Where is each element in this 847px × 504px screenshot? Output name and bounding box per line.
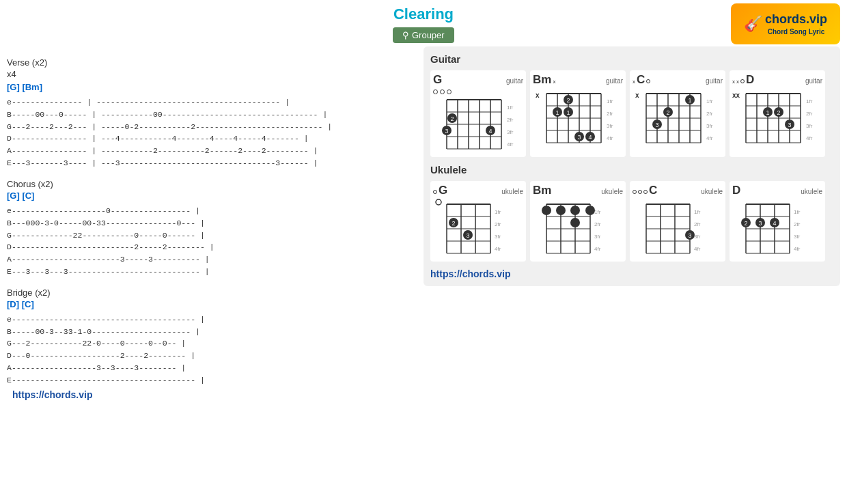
guitar-D-diagram: 1 2 3 1fr 2fr 3fr 4fr xx [732,88,814,146]
bridge-title: Bridge (x2) [7,288,413,298]
svg-point-118 [542,206,551,215]
svg-text:2: 2 [450,115,454,122]
left-content: Verse (x2) x4 [G] [Bm] e--------------- … [0,44,420,412]
svg-text:1fr: 1fr [594,209,601,215]
svg-text:4: 4 [773,220,776,227]
bridge-chord-C: [C] [22,299,34,309]
svg-text:2: 2 [566,97,570,104]
logo: 🎸 chords.vip Chord Song Lyric [731,3,840,44]
svg-text:3fr: 3fr [507,129,514,135]
bridge-chord-D: [D] [7,299,19,309]
svg-text:4: 4 [488,128,492,135]
chord-type-guitar-C: guitar [706,77,723,85]
chord-type-ukulele-D: ukulele [801,188,822,195]
chorus-chord-G: [G] [7,191,20,201]
svg-text:3: 3 [688,232,691,239]
svg-text:2fr: 2fr [607,111,613,117]
chord-name-guitar-Bm: Bm [533,73,551,87]
svg-text:3: 3 [577,134,581,141]
svg-text:3: 3 [788,122,791,128]
svg-point-122 [570,218,580,227]
svg-text:4fr: 4fr [507,141,514,148]
chord-type-ukulele-Bm: ukulele [601,188,623,195]
svg-text:2: 2 [452,220,455,227]
chord-name-ukulele-G: G [439,184,447,197]
verse-chord-Bm: [Bm] [22,82,42,92]
verse-title: Verse (x2) [7,57,413,68]
svg-text:2fr: 2fr [806,111,813,117]
open-dot [638,190,642,194]
svg-point-108 [436,199,441,205]
open-dot [433,190,437,194]
ukulele-C-diagram: 3 1fr 2fr 3fr 4fr [633,199,708,257]
svg-text:1fr: 1fr [794,209,801,215]
svg-text:2fr: 2fr [694,221,701,227]
chord-box-ukulele-Bm: Bm ukulele 1fr [530,181,626,262]
open-dot [633,190,637,194]
guitar-G-diagram: 2 3 4 1fr 2fr 3fr 4fr [433,94,515,152]
svg-text:1fr: 1fr [607,98,613,104]
svg-text:4fr: 4fr [794,246,801,252]
svg-text:4fr: 4fr [495,246,501,252]
ukulele-section-title: Ukulele [430,164,833,176]
chord-type-ukulele-C: ukulele [701,188,723,195]
svg-text:3: 3 [466,232,469,239]
guitar-section-title: Guitar [430,53,833,65]
svg-text:2fr: 2fr [507,117,514,123]
logo-sub: Chord Song Lyric [765,27,827,36]
svg-text:2: 2 [744,220,747,227]
open-dot [440,89,445,94]
chorus-chords: [G] [C] [7,191,413,201]
svg-text:4fr: 4fr [607,135,613,141]
svg-text:3fr: 3fr [706,123,713,129]
svg-text:3fr: 3fr [794,234,801,240]
chord-name-ukulele-C: C [649,184,657,197]
open-dot [447,89,452,94]
svg-text:3: 3 [445,128,448,135]
chord-box-ukulele-G: G ukulele 2 3 [430,181,526,262]
svg-text:3fr: 3fr [694,234,701,240]
chord-type-guitar-G: guitar [506,77,523,85]
verse-chord-G: [G] [7,82,20,92]
svg-text:4fr: 4fr [806,135,813,141]
bottom-url: https://chords.vip [12,389,419,400]
svg-text:3: 3 [758,220,762,227]
svg-text:x: x [536,92,540,99]
open-dot [740,79,745,83]
chorus-title: Chorus (x2) [7,179,413,189]
chord-type-guitar-Bm: guitar [606,77,623,85]
chord-name-guitar-D: D [746,73,754,87]
svg-text:4fr: 4fr [694,246,701,252]
svg-text:1: 1 [688,97,691,104]
open-dot [646,79,650,83]
svg-text:3: 3 [655,122,658,128]
chorus-chord-C: [C] [22,191,34,201]
svg-point-121 [585,206,595,215]
ukulele-Bm-diagram: 1fr 2fr 3fr 4fr x [533,199,608,257]
svg-text:3fr: 3fr [495,234,501,240]
header: Clearing ⚲ Grouper [0,0,847,43]
svg-text:1fr: 1fr [706,98,713,104]
bridge-tab: e---------------------------------------… [7,313,413,387]
svg-text:2fr: 2fr [706,111,713,117]
svg-point-119 [556,206,566,215]
ukulele-G-diagram: 2 3 1fr 2fr 3fr 4fr [433,199,508,257]
svg-point-120 [570,206,580,215]
guitar-C-diagram: 1 2 3 1fr 2fr 3fr 4fr x [633,88,714,146]
grouper-button[interactable]: ⚲ Grouper [393,27,454,43]
svg-text:1: 1 [766,109,769,116]
bridge-chords: [D] [C] [7,299,413,309]
svg-text:xx: xx [732,92,740,99]
chord-box-guitar-Bm: Bm x guitar 1 1 [530,70,626,157]
svg-text:1: 1 [555,109,559,116]
svg-text:4fr: 4fr [706,135,713,141]
svg-text:3fr: 3fr [594,234,601,240]
ukulele-D-diagram: 2 3 4 1fr 2fr 3fr 4fr [732,199,807,257]
chorus-section: Chorus (x2) [G] [C] e-------------------… [7,179,413,278]
page-title: Clearing [0,5,847,23]
chord-box-guitar-C: x C guitar 1 [630,70,725,157]
chord-name-guitar-C: C [637,73,645,87]
open-dot [433,89,438,94]
svg-text:1fr: 1fr [806,98,813,104]
verse-tab: e--------------- | ---------------------… [7,96,413,169]
